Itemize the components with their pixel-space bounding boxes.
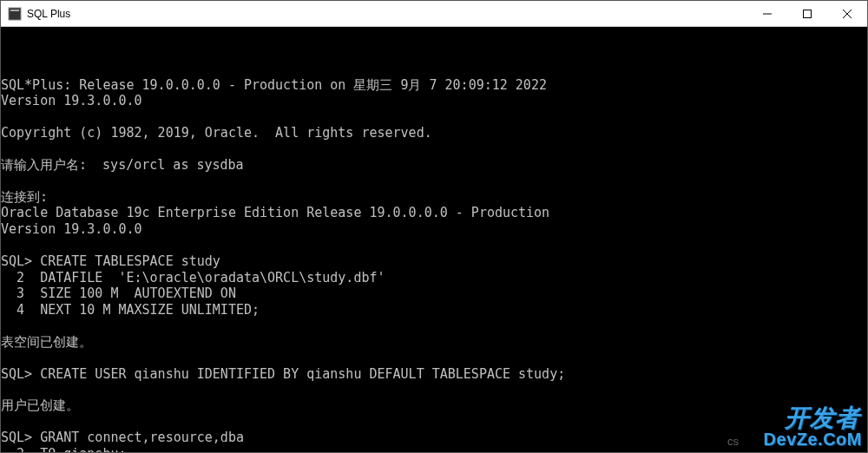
terminal-line xyxy=(1,141,867,157)
terminal-line: 请输入用户名: sys/orcl as sysdba xyxy=(1,157,867,174)
window-title: SQL Plus xyxy=(27,8,747,20)
terminal-line: Version 19.3.0.0.0 xyxy=(1,221,867,238)
terminal-line xyxy=(1,238,867,253)
terminal-line: SQL*Plus: Release 19.0.0.0.0 - Productio… xyxy=(1,77,867,94)
terminal-line: 3 SIZE 100 M AUTOEXTEND ON xyxy=(1,286,867,302)
terminal-line: Copyright (c) 1982, 2019, Oracle. All ri… xyxy=(1,125,867,141)
close-button[interactable] xyxy=(827,1,867,26)
terminal-line: 用户已创建。 xyxy=(1,397,867,414)
terminal-line: 2 DATAFILE 'E:\oracle\oradata\ORCL\study… xyxy=(1,270,867,286)
titlebar[interactable]: SQL Plus xyxy=(1,1,867,27)
terminal-line xyxy=(1,109,867,125)
terminal-line: Oracle Database 19c Enterprise Edition R… xyxy=(1,205,867,221)
terminal-line xyxy=(1,351,867,366)
watermark-cs: cs xyxy=(727,435,739,449)
minimize-button[interactable] xyxy=(747,1,787,26)
window: SQL Plus SQL*Plus: Release 19.0.0.0.0 - … xyxy=(0,0,868,453)
terminal-line: 表空间已创建。 xyxy=(1,334,867,351)
terminal-line xyxy=(1,414,867,430)
terminal-line xyxy=(1,62,867,77)
terminal-line xyxy=(1,382,867,397)
terminal-line xyxy=(1,174,867,189)
watermark-domain: DevZe.CoM xyxy=(764,429,862,450)
terminal-line: Version 19.3.0.0.0 xyxy=(1,93,867,109)
terminal-line: SQL> CREATE TABLESPACE study xyxy=(1,253,867,270)
terminal-line: 4 NEXT 10 M MAXSIZE UNLIMITED; xyxy=(1,302,867,318)
svg-rect-1 xyxy=(10,10,19,11)
terminal-line xyxy=(1,318,867,334)
maximize-button[interactable] xyxy=(787,1,827,26)
terminal-line: 连接到: xyxy=(1,189,867,206)
svg-rect-3 xyxy=(804,10,812,17)
app-icon xyxy=(8,7,22,21)
window-controls xyxy=(747,1,867,26)
terminal[interactable]: SQL*Plus: Release 19.0.0.0.0 - Productio… xyxy=(1,27,867,452)
terminal-line: SQL> CREATE USER qianshu IDENTIFIED BY q… xyxy=(1,366,867,383)
